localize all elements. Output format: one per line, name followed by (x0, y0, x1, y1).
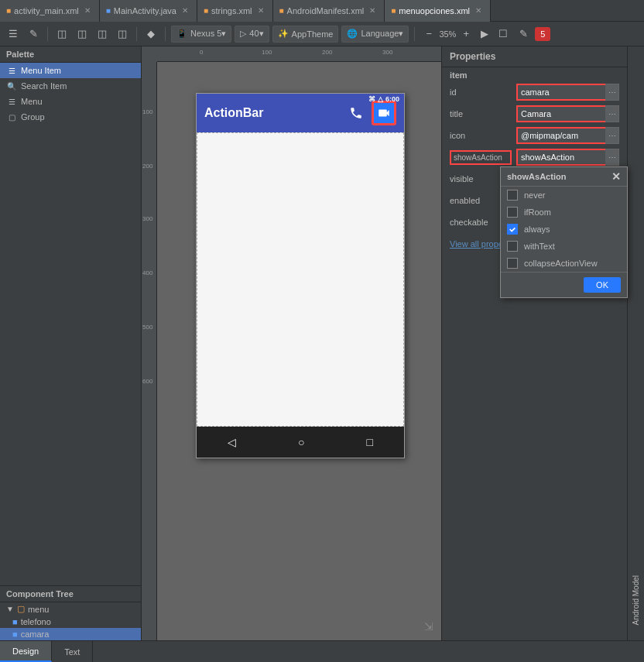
tree-item-telefono-label: telefono (21, 617, 51, 626)
ruler-v-400: 400 (142, 269, 152, 276)
ruler-h-200: 200 (322, 49, 332, 56)
zoom-fit-btn[interactable]: ▶ (476, 26, 493, 43)
tab-androidmanifest[interactable]: ■ AndroidManifest.xml ✕ (273, 0, 385, 22)
language-dropdown[interactable]: 🌐 Language▾ (341, 26, 409, 43)
prop-title-dots[interactable]: ⋯ (605, 105, 619, 122)
close-tab-1[interactable]: ✕ (180, 5, 190, 16)
tree-item-telefono[interactable]: ■ telefono (0, 616, 141, 628)
prop-input-icon[interactable] (516, 127, 619, 144)
tree-expand-icon: ▼ (6, 605, 14, 613)
tree-item-camara[interactable]: ■ camara (0, 628, 141, 640)
phone-nav-bar: ◁ ○ □ (197, 427, 404, 458)
palette-item-menu-item-label: Menu Item (21, 66, 61, 75)
nexus-dropdown[interactable]: 📱 Nexus 5▾ (171, 26, 231, 43)
issue-badge[interactable]: 5 (535, 27, 550, 41)
prop-input-title[interactable] (516, 105, 619, 122)
grid-2-btn[interactable]: ◫ (74, 26, 91, 43)
apptheme-icon: ✨ (278, 29, 289, 39)
prop-row-showasaction: showAsAction ⋯ (442, 146, 627, 168)
close-tab-4[interactable]: ✕ (473, 5, 484, 16)
ruler-corner (142, 46, 157, 62)
close-tab-2[interactable]: ✕ (255, 5, 266, 16)
resize-handle[interactable]: ⇲ (424, 620, 433, 633)
popup-close-btn[interactable]: ✕ (611, 171, 621, 182)
zoom-control: − 35% + ▶ ☐ (420, 26, 512, 43)
popup-option-collapse[interactable]: collapseActionView (501, 255, 627, 272)
popup-checkbox-always[interactable] (507, 224, 518, 235)
popup-ok-button[interactable]: OK (584, 277, 621, 293)
constraint-btn[interactable]: ◆ (142, 26, 159, 43)
palette-item-group-label: Group (21, 112, 45, 122)
bottom-tab-design[interactable]: Design (0, 641, 52, 662)
lang-icon: 🌐 (347, 29, 358, 39)
tree-item-camara-icon: ■ (12, 629, 18, 639)
zoom-actual-btn[interactable]: ☐ (495, 26, 512, 43)
close-tab-0[interactable]: ✕ (82, 5, 93, 16)
ruler-h-0: 0 (200, 49, 203, 56)
toolbar-sep-4 (414, 27, 415, 41)
prop-icon-dots[interactable]: ⋯ (605, 127, 619, 144)
popup-option-never[interactable]: never (501, 187, 627, 204)
zoom-in-btn[interactable]: + (457, 26, 474, 43)
tree-folder-icon: ▢ (17, 604, 25, 614)
prop-showasaction-dots[interactable]: ⋯ (605, 149, 619, 166)
tree-item-menu[interactable]: ▼ ▢ menu (0, 602, 141, 616)
popup-checkbox-ifroom[interactable] (507, 207, 518, 218)
close-tab-3[interactable]: ✕ (367, 5, 378, 16)
zoom-out-btn[interactable]: − (420, 26, 437, 43)
tree-item-menu-label: menu (28, 605, 50, 614)
vertical-ruler: 100 200 300 400 500 600 (142, 62, 157, 640)
prop-id-dots[interactable]: ⋯ (605, 84, 619, 101)
grid-4-btn[interactable]: ◫ (114, 26, 131, 43)
properties-panel: Properties item id ⋯ title ⋯ icon (441, 46, 627, 640)
grid-1-btn[interactable]: ◫ (53, 26, 70, 43)
palette-toggle-btn[interactable]: ☰ (5, 26, 22, 43)
api-dropdown[interactable]: ▷ 40▾ (235, 26, 269, 43)
apptheme-dropdown[interactable]: ✨ AppTheme (272, 26, 339, 43)
popup-label-ifroom: ifRoom (524, 208, 551, 217)
popup-checkbox-never[interactable] (507, 190, 518, 201)
prop-title-wrapper: ⋯ (516, 105, 619, 122)
palette-item-menu[interactable]: ☰ Menu (0, 94, 141, 109)
api-icon: ▷ (240, 29, 246, 39)
main-layout: Palette ☰ Menu Item 🔍 Search Item ☰ Menu… (0, 46, 644, 640)
palette-item-search-item-label: Search Item (21, 81, 67, 91)
popup-checkbox-withtext[interactable] (507, 241, 518, 252)
prop-showasaction-wrapper: ⋯ (516, 149, 619, 166)
properties-toggle-btn[interactable]: ✎ (25, 26, 42, 43)
popup-option-withtext[interactable]: withText (501, 238, 627, 255)
tab-mainactivity[interactable]: ■ MainActivity.java ✕ (100, 0, 197, 22)
pan-btn[interactable]: ✎ (515, 26, 532, 43)
toolbar-sep-2 (136, 27, 137, 41)
nav-recent-btn[interactable]: □ (367, 436, 373, 448)
palette-section: ☰ Menu Item 🔍 Search Item ☰ Menu ▢ Group (0, 63, 141, 585)
bottom-tab-text[interactable]: Text (52, 641, 93, 662)
search-item-icon: 🔍 (6, 81, 17, 91)
group-icon: ▢ (6, 111, 17, 122)
tab-strings[interactable]: ■ strings.xml ✕ (197, 0, 273, 22)
tree-item-camara-label: camara (21, 629, 50, 639)
popup-checkbox-collapse[interactable] (507, 258, 518, 269)
tab-menuopciones[interactable]: ■ menuopciones.xml ✕ (385, 0, 491, 22)
palette-item-menu-item[interactable]: ☰ Menu Item (0, 63, 141, 78)
status-time: 6:00 (385, 95, 399, 103)
bottom-tabs: Design Text (0, 640, 644, 662)
ruler-v-100: 100 (142, 108, 152, 115)
show-as-action-popup: showAsAction ✕ never ifRoom (500, 166, 628, 298)
prop-input-id[interactable] (516, 84, 619, 101)
prop-input-showasaction[interactable] (516, 149, 619, 166)
popup-option-ifroom[interactable]: ifRoom (501, 204, 627, 221)
nav-back-btn[interactable]: ◁ (228, 436, 236, 448)
palette-item-search-item[interactable]: 🔍 Search Item (0, 78, 141, 94)
tab-bar: ■ activity_main.xml ✕ ■ MainActivity.jav… (0, 0, 644, 22)
palette-item-group[interactable]: ▢ Group (0, 109, 141, 125)
wifi-icon: ⌘ (368, 95, 375, 103)
android-model-label[interactable]: Android Model (632, 575, 640, 625)
nav-home-btn[interactable]: ○ (298, 436, 304, 448)
grid-3-btn[interactable]: ◫ (94, 26, 111, 43)
palette-item-menu-label: Menu (21, 97, 43, 106)
right-sidebar-area: Properties item id ⋯ title ⋯ icon (441, 46, 644, 640)
popup-option-always[interactable]: always (501, 221, 627, 238)
xml-icon-4: ■ (391, 6, 396, 15)
tab-activity-main[interactable]: ■ activity_main.xml ✕ (0, 0, 100, 22)
